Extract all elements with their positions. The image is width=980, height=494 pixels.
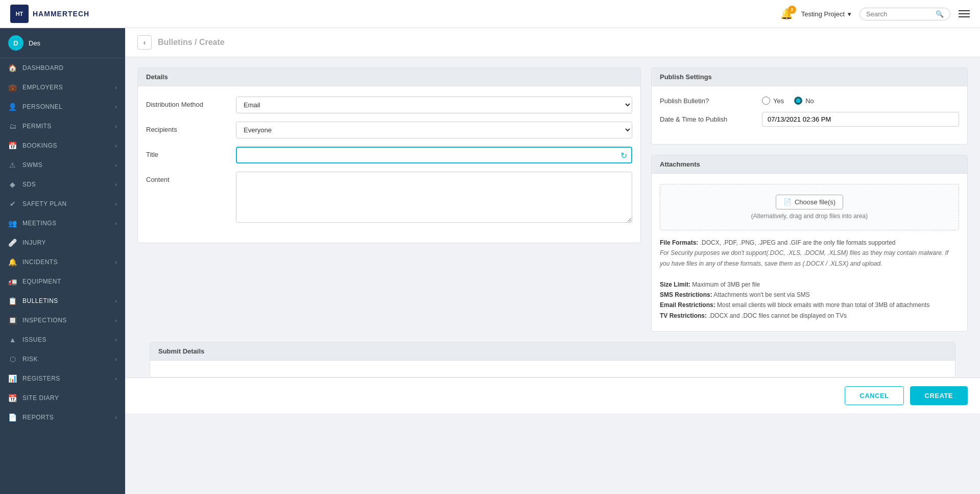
sidebar-item-dashboard[interactable]: 🏠 DASHBOARD xyxy=(0,58,125,78)
page-title: Bulletins / Create xyxy=(158,38,225,47)
sidebar-item-swms[interactable]: ⚠ SWMS › xyxy=(0,155,125,175)
choose-files-button[interactable]: 📄 Choose file(s) xyxy=(776,195,843,209)
employers-icon: 💼 xyxy=(8,83,17,91)
sidebar-item-permits[interactable]: 🗂 PERMITS › xyxy=(0,116,125,136)
chevron-icon: › xyxy=(115,221,117,226)
chevron-icon: › xyxy=(115,337,117,343)
create-button[interactable]: CREATE xyxy=(910,386,968,405)
sidebar-item-employers[interactable]: 💼 EMPLOYERS › xyxy=(0,78,125,97)
size-limit-line: Size Limit: Maximum of 3MB per file xyxy=(660,279,959,290)
sidebar-item-label: REPORTS xyxy=(22,414,54,421)
sidebar-item-label: EMPLOYERS xyxy=(22,84,63,91)
search-input[interactable] xyxy=(866,10,933,18)
recipients-row: Recipients Everyone Selected Employers S… xyxy=(146,122,632,138)
sidebar-item-left: 🏠 DASHBOARD xyxy=(8,64,64,72)
sidebar-item-inspections[interactable]: 🔲 INSPECTIONS › xyxy=(0,311,125,330)
sidebar-item-bookings[interactable]: 📅 BOOKINGS › xyxy=(0,136,125,155)
sidebar-item-label: REGISTERS xyxy=(22,375,60,382)
sidebar-item-equipment[interactable]: 🚛 EQUIPMENT xyxy=(0,272,125,291)
publish-yes-radio[interactable] xyxy=(762,97,770,105)
sidebar-item-left: 📆 SITE DIARY xyxy=(8,394,59,402)
sidebar-item-safety-plan[interactable]: ✔ SAFETY PLAN › xyxy=(0,194,125,214)
sidebar-item-risk[interactable]: ⬡ RISK › xyxy=(0,349,125,369)
right-panel: Publish Settings Publish Bulletin? Yes xyxy=(651,67,968,332)
title-input[interactable] xyxy=(236,147,632,163)
file-icon: 📄 xyxy=(783,198,792,206)
sms-restrictions-text: Attachments won't be sent via SMS xyxy=(713,291,809,298)
publish-panel-header: Publish Settings xyxy=(652,68,967,86)
page-header: ‹ Bulletins / Create xyxy=(125,28,980,57)
size-limit-bold: Size Limit: xyxy=(660,281,690,288)
publish-panel-body: Publish Bulletin? Yes No xyxy=(652,86,967,144)
bookings-icon: 📅 xyxy=(8,142,17,150)
sidebar-item-left: 📋 BULLETINS xyxy=(8,297,58,305)
content-textarea[interactable] xyxy=(236,172,632,223)
sidebar-item-label: SAFETY PLAN xyxy=(22,200,67,207)
recipients-control: Everyone Selected Employers Selected Per… xyxy=(236,122,632,138)
top-header: HT HAMMERTECH 🔔 2 Testing Project ▾ 🔍 xyxy=(0,0,980,28)
notification-button[interactable]: 🔔 2 xyxy=(780,8,793,20)
sidebar-item-left: 🚛 EQUIPMENT xyxy=(8,277,61,286)
submit-section: Submit Details xyxy=(125,342,980,378)
sidebar-item-meetings[interactable]: 👥 MEETINGS › xyxy=(0,214,125,233)
submit-panel-body xyxy=(150,361,955,377)
logo-icon: HT xyxy=(10,5,29,23)
recipients-select[interactable]: Everyone Selected Employers Selected Per… xyxy=(236,122,632,138)
dashboard-icon: 🏠 xyxy=(8,64,17,72)
sidebar-item-left: 👥 MEETINGS xyxy=(8,219,57,227)
distribution-method-label: Distribution Method xyxy=(146,97,228,108)
tv-restrictions-bold: TV Restrictions: xyxy=(660,312,707,319)
publish-yes-option[interactable]: Yes xyxy=(762,97,784,105)
sidebar-item-site-diary[interactable]: 📆 SITE DIARY xyxy=(0,388,125,408)
sidebar-item-label: PERSONNEL xyxy=(22,103,63,110)
cancel-button[interactable]: CANCEL xyxy=(845,386,903,405)
attachments-drop-area[interactable]: 📄 Choose file(s) (Alternatively, drag an… xyxy=(660,184,959,230)
sidebar: D Des 🏠 DASHBOARD 💼 EMPLOYERS › 👤 PERSON… xyxy=(0,28,125,494)
recipients-label: Recipients xyxy=(146,122,228,133)
sidebar-item-label: BULLETINS xyxy=(22,297,58,304)
tv-restrictions-text: .DOCX and .DOC files cannot be displayed… xyxy=(708,312,847,319)
back-button[interactable]: ‹ xyxy=(137,35,152,50)
action-bar: CANCEL CREATE xyxy=(125,378,980,413)
sidebar-item-incidents[interactable]: 🔔 INCIDENTS › xyxy=(0,252,125,272)
sidebar-item-left: 🗂 PERMITS xyxy=(8,122,52,130)
chevron-icon: › xyxy=(115,104,117,110)
datetime-input[interactable] xyxy=(762,112,959,127)
sidebar-item-registers[interactable]: 📊 REGISTERS › xyxy=(0,369,125,388)
header-right: 🔔 2 Testing Project ▾ 🔍 xyxy=(780,8,970,20)
sidebar-item-issues[interactable]: ▲ ISSUES › xyxy=(0,330,125,349)
attach-info: File Formats: .DOCX, .PDF, .PNG, .JPEG a… xyxy=(660,238,959,321)
email-restrictions-text: Most email clients will block emails wit… xyxy=(717,301,929,309)
sidebar-item-left: ▲ ISSUES xyxy=(8,336,46,344)
sidebar-item-label: RISK xyxy=(22,356,38,363)
drag-drop-hint: (Alternatively, drag and drop files into… xyxy=(671,213,948,220)
sidebar-item-bulletins[interactable]: 📋 BULLETINS › xyxy=(0,291,125,311)
sidebar-item-personnel[interactable]: 👤 PERSONNEL › xyxy=(0,97,125,116)
sidebar-item-label: SDS xyxy=(22,181,36,188)
search-box: 🔍 xyxy=(859,8,950,20)
bulletins-icon: 📋 xyxy=(8,297,17,305)
sidebar-item-left: ◆ SDS xyxy=(8,180,36,189)
logo-text: HAMMERTECH xyxy=(33,10,89,18)
publish-no-radio[interactable] xyxy=(794,97,802,105)
issues-icon: ▲ xyxy=(8,336,17,344)
sidebar-item-label: EQUIPMENT xyxy=(22,278,61,285)
sidebar-item-reports[interactable]: 📄 REPORTS › xyxy=(0,408,125,427)
sidebar-item-left: 🔲 INSPECTIONS xyxy=(8,316,67,324)
sidebar-item-sds[interactable]: ◆ SDS › xyxy=(0,175,125,194)
chevron-icon: › xyxy=(115,298,117,304)
submit-panel-header: Submit Details xyxy=(150,342,955,361)
sidebar-item-injury[interactable]: 🩹 INJURY xyxy=(0,233,125,252)
menu-button[interactable] xyxy=(959,10,970,17)
distribution-method-select[interactable]: Email SMS TV Email & SMS Email & TV xyxy=(236,97,632,113)
details-panel-body: Distribution Method Email SMS TV Email &… xyxy=(138,86,640,243)
file-formats-line: File Formats: .DOCX, .PDF, .PNG, .JPEG a… xyxy=(660,238,959,248)
publish-no-option[interactable]: No xyxy=(794,97,814,105)
sidebar-item-label: INCIDENTS xyxy=(22,258,58,266)
project-selector[interactable]: Testing Project ▾ xyxy=(801,10,851,18)
sidebar-item-label: BOOKINGS xyxy=(22,142,57,149)
equipment-icon: 🚛 xyxy=(8,277,17,286)
sidebar-item-left: 📄 REPORTS xyxy=(8,413,54,421)
content-row: Content xyxy=(146,172,632,224)
refresh-icon[interactable]: ↻ xyxy=(620,150,627,160)
